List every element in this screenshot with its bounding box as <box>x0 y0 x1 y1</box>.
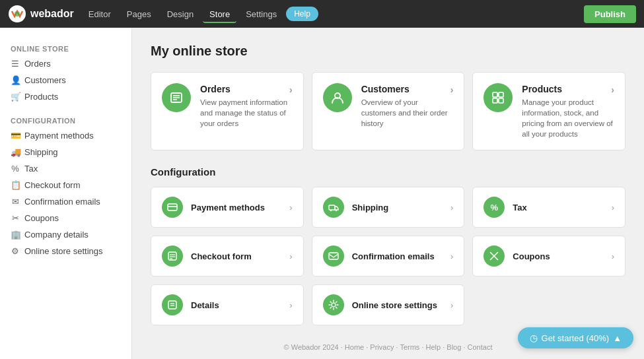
footer-link-help[interactable]: Help <box>426 343 441 351</box>
nav-design[interactable]: Design <box>161 5 200 23</box>
brand-name: webador <box>30 8 74 20</box>
config-confirmation-icon <box>323 245 344 267</box>
card-customers-arrow: › <box>450 84 454 95</box>
svg-rect-9 <box>493 98 497 103</box>
get-started-label: Get started (40%) <box>542 333 610 343</box>
svg-rect-10 <box>499 98 503 103</box>
help-button[interactable]: Help <box>286 7 318 21</box>
footer-link-home[interactable]: Home <box>345 343 364 351</box>
sidebar-divider <box>0 105 131 110</box>
sidebar-item-orders[interactable]: ☰ Orders <box>0 55 131 72</box>
card-orders-desc: View payment information and manage the … <box>200 97 293 129</box>
products-icon: 🛒 <box>11 92 20 102</box>
svg-point-24 <box>332 303 336 307</box>
config-card-confirmation[interactable]: Confirmation emails › <box>312 236 465 277</box>
config-checkout-arrow: › <box>289 251 292 261</box>
top-nav: webador Editor Pages Design Store Settin… <box>0 0 644 28</box>
sidebar-item-company[interactable]: 🏢 Company details <box>0 226 131 243</box>
card-customers-icon <box>323 83 352 112</box>
get-started-icon: ◷ <box>530 333 538 343</box>
sidebar-item-payment[interactable]: 💳 Payment methods <box>0 127 131 144</box>
sidebar-label-customers: Customers <box>24 75 66 85</box>
footer-link-contact[interactable]: Contact <box>468 343 493 351</box>
sidebar: Online store ☰ Orders 👤 Customers 🛒 Prod… <box>0 28 132 359</box>
nav-settings[interactable]: Settings <box>239 5 283 23</box>
main-layout: Online store ☰ Orders 👤 Customers 🛒 Prod… <box>0 28 644 359</box>
card-products-desc: Manage your product information, stock, … <box>522 97 614 139</box>
svg-point-15 <box>335 210 336 211</box>
config-payment-icon <box>162 197 183 218</box>
card-orders-body: Orders › View payment information and ma… <box>200 83 293 129</box>
nav-pages[interactable]: Pages <box>120 5 158 23</box>
footer-link-privacy[interactable]: Privacy <box>370 343 394 351</box>
footer-link-terms[interactable]: Terms <box>400 343 419 351</box>
sidebar-label-checkout: Checkout form <box>24 180 81 190</box>
config-details-arrow: › <box>289 300 292 310</box>
publish-button[interactable]: Publish <box>584 5 636 23</box>
config-card-checkout[interactable]: Checkout form › <box>151 236 304 277</box>
sidebar-label-orders: Orders <box>24 59 51 69</box>
config-row-1: Payment methods › Shipping › % Tax › <box>151 187 626 228</box>
svg-rect-13 <box>329 205 335 210</box>
config-coupons-label: Coupons <box>513 251 603 261</box>
payment-icon: 💳 <box>11 131 20 141</box>
svg-point-14 <box>330 210 331 211</box>
config-store-settings-icon <box>323 294 344 315</box>
config-confirmation-arrow: › <box>450 251 453 261</box>
config-card-coupons[interactable]: Coupons › <box>472 236 626 277</box>
card-customers[interactable]: Customers › Overview of your customers a… <box>312 72 465 150</box>
card-customers-body: Customers › Overview of your customers a… <box>361 83 454 129</box>
config-payment-arrow: › <box>289 203 292 212</box>
card-customers-desc: Overview of your customers and their ord… <box>361 97 454 129</box>
main-content: My online store Orders › View payment in… <box>132 28 644 335</box>
card-products-icon <box>483 83 513 112</box>
sidebar-item-products[interactable]: 🛒 Products <box>0 88 131 105</box>
config-shipping-label: Shipping <box>352 203 443 212</box>
card-products[interactable]: Products › Manage your product informati… <box>472 72 626 150</box>
sidebar-item-shipping[interactable]: 🚚 Shipping <box>0 144 131 160</box>
config-row-2: Checkout form › Confirmation emails › Co… <box>151 236 626 277</box>
sidebar-label-payment: Payment methods <box>24 131 94 141</box>
sidebar-label-store-settings: Online store settings <box>24 246 103 256</box>
shipping-icon: 🚚 <box>11 147 20 157</box>
tax-icon: % <box>11 164 20 174</box>
orders-icon: ☰ <box>11 59 20 69</box>
config-card-store-settings[interactable]: Online store settings › <box>312 284 465 325</box>
config-shipping-arrow: › <box>450 203 453 212</box>
svg-rect-8 <box>499 92 503 97</box>
config-card-tax[interactable]: % Tax › <box>472 187 626 228</box>
sidebar-section-config: Configuration <box>0 110 131 127</box>
sidebar-item-checkout[interactable]: 📋 Checkout form <box>0 177 131 193</box>
card-products-title: Products › <box>522 83 614 95</box>
sidebar-label-products: Products <box>24 92 58 102</box>
coupons-icon: ✂ <box>11 213 20 223</box>
store-settings-icon: ⚙ <box>11 246 20 256</box>
sidebar-item-customers[interactable]: 👤 Customers <box>0 72 131 88</box>
config-store-settings-arrow: › <box>450 300 453 310</box>
config-payment-label: Payment methods <box>191 203 281 212</box>
checkout-icon: 📋 <box>11 180 20 190</box>
config-card-details[interactable]: Details › <box>151 284 304 325</box>
card-products-arrow: › <box>611 84 614 95</box>
sidebar-section-store: Online store <box>0 38 131 55</box>
confirmation-icon: ✉ <box>11 197 20 207</box>
sidebar-item-coupons[interactable]: ✂ Coupons <box>0 210 131 226</box>
customers-icon: 👤 <box>11 75 20 85</box>
config-section-title: Configuration <box>151 166 626 178</box>
config-checkout-icon <box>162 245 183 267</box>
sidebar-item-tax[interactable]: % Tax <box>0 160 131 177</box>
config-tax-icon: % <box>483 197 505 218</box>
sidebar-label-tax: Tax <box>24 164 38 174</box>
card-orders[interactable]: Orders › View payment information and ma… <box>151 72 304 150</box>
nav-store[interactable]: Store <box>203 5 236 23</box>
footer-link-blog[interactable]: Blog <box>447 343 461 351</box>
nav-editor[interactable]: Editor <box>82 5 118 23</box>
sidebar-item-confirmation[interactable]: ✉ Confirmation emails <box>0 193 131 210</box>
get-started-button[interactable]: ◷ Get started (40%) ▲ <box>518 327 633 348</box>
config-card-payment[interactable]: Payment methods › <box>151 187 304 228</box>
footer-copyright: © Webador 2024 · <box>284 343 343 351</box>
config-confirmation-label: Confirmation emails <box>352 251 443 261</box>
config-card-shipping[interactable]: Shipping › <box>312 187 465 228</box>
sidebar-item-store-settings[interactable]: ⚙ Online store settings <box>0 243 131 259</box>
config-shipping-icon <box>323 197 344 218</box>
